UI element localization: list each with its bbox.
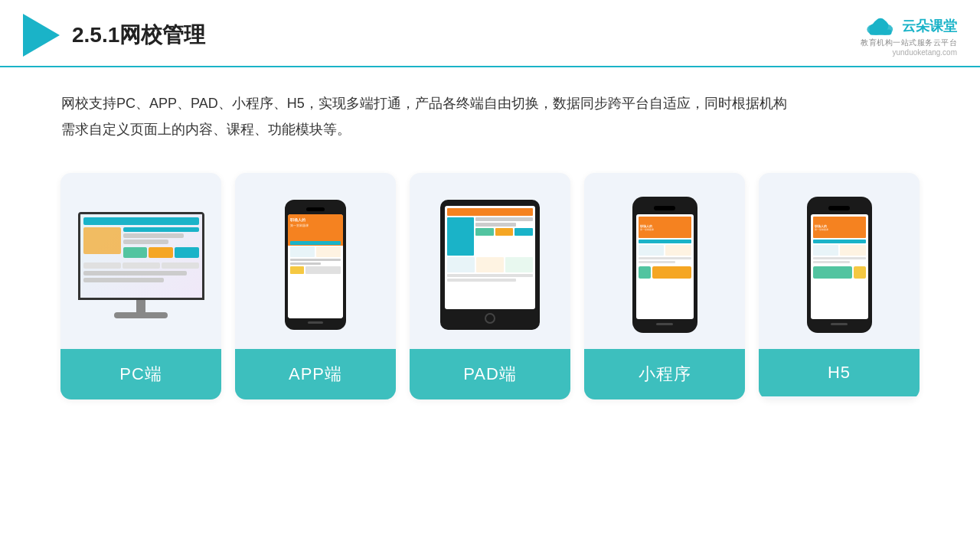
brand-url: yunduoketang.com (892, 48, 957, 57)
card-pc-label: PC端 (60, 349, 221, 399)
mini-phone-icon: 职场人的 第一堂刷题课 (632, 197, 697, 333)
tablet-icon (440, 200, 540, 330)
header: 2.5.1网校管理 云朵课堂 教育机构一站式服务云平台 yunduoketang… (0, 0, 980, 67)
card-miniprogram-label: 小程序 (584, 349, 745, 399)
header-right: 云朵课堂 教育机构一站式服务云平台 yunduoketang.com (861, 15, 957, 57)
mini-phone-h5-screen: 职场人的 第一堂刷题课 (811, 214, 868, 319)
card-pad: PAD端 (410, 173, 570, 399)
logo-triangle-icon (23, 14, 60, 57)
phone-screen: 职场人的 第一堂刷题课 (288, 214, 343, 318)
card-app-label: APP端 (235, 349, 396, 399)
card-app-image: 职场人的 第一堂刷题课 (235, 173, 396, 349)
header-left: 2.5.1网校管理 (23, 14, 205, 57)
mini-phone-h5-notch (828, 206, 850, 210)
card-h5-image: 职场人的 第一堂刷题课 (759, 173, 920, 349)
card-pad-label: PAD端 (410, 349, 570, 399)
mini-phone-screen: 职场人的 第一堂刷题课 (636, 214, 694, 319)
card-h5-label: H5 (759, 349, 920, 396)
card-pc: PC端 (60, 173, 221, 399)
svg-point-4 (875, 18, 887, 29)
mini-phone-home-button (656, 323, 673, 325)
brand-name: 云朵课堂 (902, 17, 957, 35)
card-miniprogram: 职场人的 第一堂刷题课 (584, 173, 745, 399)
tablet-screen (445, 206, 535, 309)
tablet-home-button (485, 313, 495, 324)
cards-container: PC端 职场人的 第一堂刷题课 (0, 158, 980, 422)
monitor-icon (78, 212, 204, 318)
card-h5: 职场人的 第一堂刷题课 (759, 173, 920, 399)
description-line1: 网校支持PC、APP、PAD、小程序、H5，实现多端打通，产品各终端自由切换，数… (61, 90, 919, 116)
brand-tagline: 教育机构一站式服务云平台 (861, 37, 957, 48)
svg-rect-5 (869, 29, 891, 34)
page-title: 2.5.1网校管理 (72, 21, 205, 50)
card-app: 职场人的 第一堂刷题课 (235, 173, 396, 399)
card-miniprogram-image: 职场人的 第一堂刷题课 (584, 173, 745, 349)
phone-icon: 职场人的 第一堂刷题课 (285, 200, 346, 330)
mini-phone-h5-icon: 职场人的 第一堂刷题课 (807, 197, 872, 333)
card-pc-image (60, 173, 221, 349)
mini-phone-notch (654, 206, 675, 210)
card-pad-image (410, 173, 570, 349)
phone-notch (306, 207, 325, 211)
mini-phone-h5-home-button (831, 323, 848, 325)
brand-logo: 云朵课堂 (864, 15, 957, 37)
phone-home-button (308, 321, 323, 324)
description-block: 网校支持PC、APP、PAD、小程序、H5，实现多端打通，产品各终端自由切换，数… (0, 67, 980, 150)
description-line2: 需求自定义页面上的内容、课程、功能模块等。 (61, 116, 919, 142)
cloud-icon (864, 15, 897, 37)
